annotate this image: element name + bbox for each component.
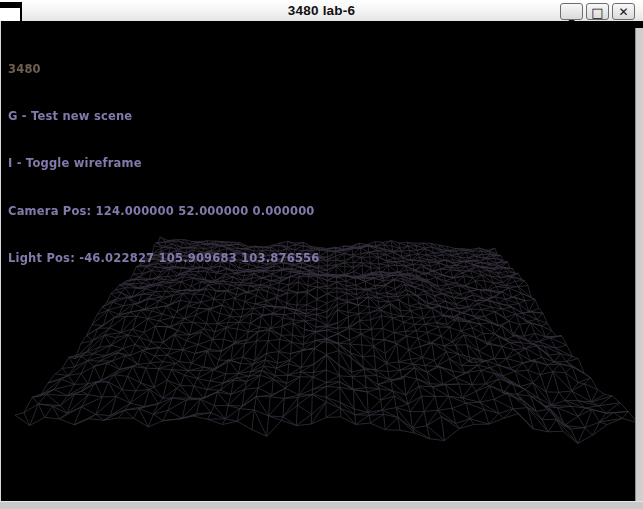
app-window: 3480 lab-6 _ □ ✕ 3480 G - Test new scene… xyxy=(0,0,643,509)
maximize-button[interactable]: □ xyxy=(586,3,609,20)
hud-line-camera-pos: Camera Pos: 124.000000 52.000000 0.00000… xyxy=(8,204,320,220)
minimize-button[interactable]: _ xyxy=(560,3,583,20)
window-border-right xyxy=(635,28,643,502)
hud-line-scene-id: 3480 xyxy=(8,62,320,78)
gl-viewport[interactable]: 3480 G - Test new scene I - Toggle wiref… xyxy=(0,21,643,509)
window-controls: _ □ ✕ xyxy=(560,3,635,20)
minimize-icon: _ xyxy=(569,9,575,20)
window-title: 3480 lab-6 xyxy=(0,0,643,21)
close-button[interactable]: ✕ xyxy=(612,3,635,20)
window-border-bottom xyxy=(0,501,643,509)
maximize-icon: □ xyxy=(591,6,603,19)
hud-line-light-pos: Light Pos: -46.022827 105.909683 103.876… xyxy=(8,251,320,267)
hud-line-key-i: I - Toggle wireframe xyxy=(8,156,320,172)
hud-overlay: 3480 G - Test new scene I - Toggle wiref… xyxy=(8,30,320,299)
hud-line-key-g: G - Test new scene xyxy=(8,109,320,125)
titlebar[interactable]: 3480 lab-6 _ □ ✕ xyxy=(0,0,643,22)
close-icon: ✕ xyxy=(618,6,628,18)
window-border-left xyxy=(0,21,1,502)
